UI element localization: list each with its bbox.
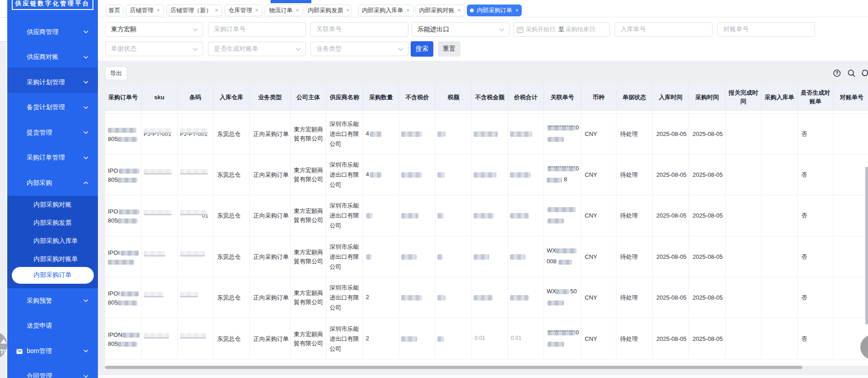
svg-text:?: ? (835, 70, 839, 76)
